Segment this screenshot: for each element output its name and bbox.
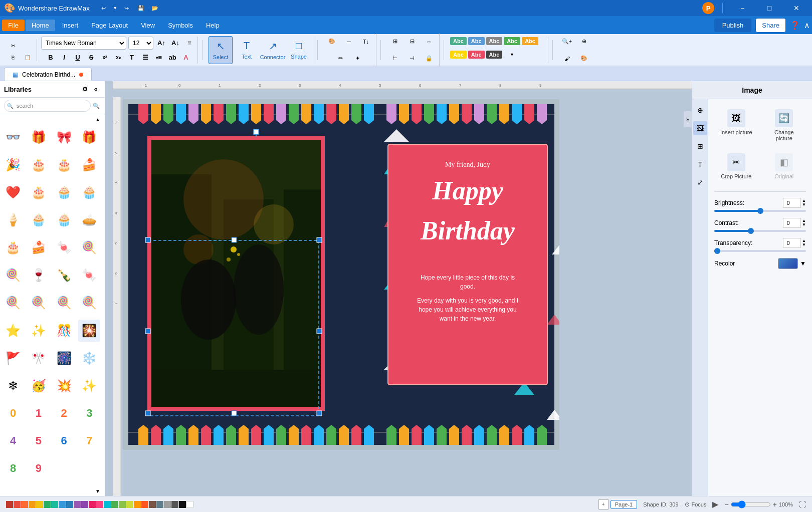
align-button[interactable]: ≡ (183, 37, 195, 49)
color-swatch-purple2[interactable] (81, 501, 88, 508)
subscript-button[interactable]: x₂ (112, 52, 124, 64)
brightness-track[interactable] (714, 210, 806, 212)
color-swatch-orange2[interactable] (29, 501, 36, 508)
focus-button[interactable]: ⊙ Focus (685, 501, 707, 508)
menu-help[interactable]: Help (200, 20, 226, 31)
menu-insert[interactable]: Insert (56, 20, 85, 31)
font-color-button[interactable]: A (180, 52, 192, 64)
lib-item-pie[interactable]: 🥧 (78, 209, 100, 231)
color-swatch-darkgrey[interactable] (171, 501, 178, 508)
panel-icon-text[interactable]: T (693, 157, 707, 171)
zoom-slider[interactable] (731, 500, 771, 508)
color-swatch-green[interactable] (44, 501, 51, 508)
lib-item-cupcake2[interactable]: 🧁 (78, 181, 100, 203)
recolor-dropdown[interactable]: ▼ (800, 260, 806, 267)
distribute-button[interactable]: ⊣ (404, 51, 420, 67)
menu-view[interactable]: View (135, 20, 161, 31)
color-swatch-pink[interactable] (89, 501, 96, 508)
lib-item-bottle[interactable]: 🍾 (53, 264, 75, 286)
search-button[interactable]: 🔍 (92, 101, 101, 111)
align-h-button[interactable]: ⊢ (387, 51, 403, 67)
menu-file[interactable]: File (2, 20, 25, 31)
lib-item-cake2[interactable]: 🎂 (53, 154, 75, 176)
increase-font-button[interactable]: A↑ (155, 37, 167, 49)
lib-item-cake1[interactable]: 🎂 (28, 154, 50, 176)
lib-item-lollipop4[interactable]: 🍭 (53, 292, 75, 314)
lib-item-num9[interactable]: 9 (28, 457, 50, 479)
menu-page-layout[interactable]: Page Layout (85, 20, 134, 31)
lib-item-happy[interactable]: 🥳 (28, 375, 50, 397)
lib-item-lollipop1[interactable]: 🍭 (2, 264, 24, 286)
lib-item-num2[interactable]: 2 (53, 402, 75, 424)
color-swatch-red[interactable] (6, 501, 13, 508)
zoom-in-status-button[interactable]: + (773, 500, 777, 508)
zoom-out-button[interactable]: − (724, 500, 728, 508)
color-swatch-brown[interactable] (149, 501, 156, 508)
lib-item-num5[interactable]: 5 (28, 430, 50, 452)
list-button[interactable]: ☰ (139, 52, 151, 64)
lib-item-cake4[interactable]: 🎂 (28, 181, 50, 203)
lib-item-glasses[interactable]: 👓 (2, 126, 24, 148)
theme-more-button[interactable]: ▼ (504, 47, 520, 63)
panel-icon-image[interactable]: 🖼 (693, 121, 707, 135)
lib-item-star1[interactable]: ⭐ (2, 320, 24, 342)
lock-button[interactable]: 🔒 (421, 51, 437, 67)
menu-symbols[interactable]: Symbols (162, 20, 199, 31)
color-swatch-blue2[interactable] (66, 501, 73, 508)
panel-icon-pointer[interactable]: ⊕ (693, 103, 707, 117)
lasso-button[interactable]: ⊕ (576, 34, 592, 50)
strikethrough-button[interactable]: S (85, 52, 97, 64)
color-swatch-pink2[interactable] (96, 501, 103, 508)
lib-item-gift1[interactable]: 🎁 (28, 126, 50, 148)
color-swatch-lime[interactable] (126, 501, 133, 508)
text-shadow-button[interactable]: T (126, 52, 138, 64)
text-tool-button[interactable]: T Text (235, 36, 259, 64)
color-swatch-red2[interactable] (14, 501, 21, 508)
paste-button[interactable]: 📋 (21, 54, 35, 61)
format-painter-button[interactable]: 🖌 (559, 51, 575, 67)
lib-item-sparkle2[interactable]: ✨ (78, 375, 100, 397)
maximize-button[interactable]: □ (758, 0, 781, 16)
color-swatch-white[interactable] (186, 501, 193, 508)
lib-item-wine[interactable]: 🍷 (28, 264, 50, 286)
color-swatch-cyan[interactable] (104, 501, 111, 508)
effect-button[interactable]: ✦ (349, 51, 365, 67)
lib-item-gift3[interactable]: 🎁 (78, 126, 100, 148)
theme-swatch-6[interactable]: Abc (468, 51, 485, 59)
lib-item-lollipop3[interactable]: 🍭 (28, 292, 50, 314)
theme-swatch-5[interactable]: Abc (450, 51, 467, 59)
lib-item-cupcake1[interactable]: 🧁 (53, 181, 75, 203)
sidebar-collapse-button[interactable]: « (91, 84, 101, 94)
zoom-in-button[interactable]: 🔍+ (559, 34, 575, 50)
lib-item-num6[interactable]: 6 (53, 430, 75, 452)
color-swatch-amber[interactable] (134, 501, 141, 508)
publish-button[interactable]: Publish (714, 19, 752, 32)
document-tab[interactable]: ▦ Celebration Birthd... (4, 68, 92, 81)
lib-item-num0[interactable]: 0 (2, 402, 24, 424)
lib-item-num1[interactable]: 1 (28, 402, 50, 424)
lib-item-icecream[interactable]: 🍦 (2, 209, 24, 231)
scroll-up-button[interactable]: ▲ (93, 115, 103, 123)
color-swatch-blue[interactable] (59, 501, 66, 508)
theme-swatch-3[interactable]: Abc (504, 37, 520, 45)
copy-button[interactable]: ⎘ (6, 54, 20, 61)
save-button[interactable]: 💾 (135, 2, 147, 14)
sidebar-settings-button[interactable]: ⚙ (80, 84, 90, 94)
panel-icon-layers[interactable]: ⊞ (693, 139, 707, 153)
lib-item-gift2[interactable]: 🎀 (53, 126, 75, 148)
play-button[interactable]: ▶ (712, 499, 718, 509)
underline-button[interactable]: U (72, 52, 84, 64)
text-dir-button[interactable]: ab (166, 52, 178, 64)
theme-swatch-0[interactable]: Abc (450, 37, 467, 45)
transparency-down[interactable]: ▼ (802, 243, 806, 247)
crop-picture-tool[interactable]: ✂ Crop Picture (714, 149, 758, 183)
close-button[interactable]: ✕ (785, 0, 808, 16)
lib-item-burst[interactable]: 💥 (53, 375, 75, 397)
group-button[interactable]: ⊞ (387, 34, 403, 50)
insert-picture-tool[interactable]: 🖼 Insert picture (714, 105, 758, 145)
redo-button[interactable]: ↪ (121, 2, 133, 14)
shape-tool-button[interactable]: □ Shape (287, 36, 311, 64)
undo-dropdown[interactable]: ▼ (112, 2, 119, 14)
brightness-down[interactable]: ▼ (802, 203, 806, 207)
color-swatch-teal[interactable] (51, 501, 58, 508)
